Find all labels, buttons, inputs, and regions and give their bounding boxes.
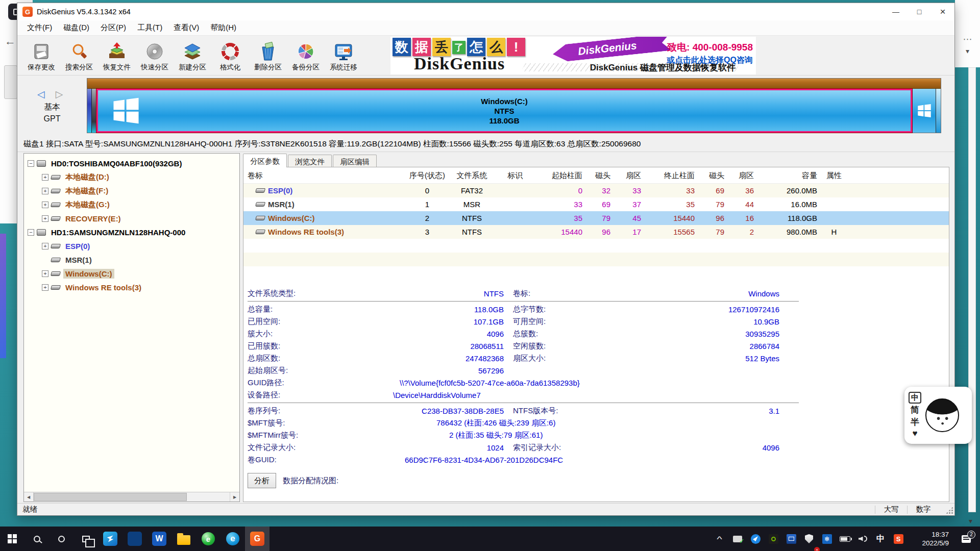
minimize-button[interactable]: — (884, 3, 908, 20)
toolbar: 保存更改 搜索分区 恢复文件 快速分区 (17, 36, 954, 76)
scrollbar-thumb[interactable] (34, 493, 187, 501)
menu-disk[interactable]: 磁盘(D) (58, 21, 95, 35)
tray-volume-icon[interactable] (854, 527, 871, 551)
tray-bird-app-icon[interactable] (747, 527, 764, 551)
tree-item-recovery-e[interactable]: + RECOVERY(E:) (24, 212, 239, 226)
ime-status-widget[interactable]: 中 简 半 ♥ (904, 387, 972, 444)
tray-printer-icon[interactable] (729, 527, 746, 551)
taskbar-app-feishu[interactable] (98, 527, 122, 551)
tree-item-local-f[interactable]: + 本地磁盘(F:) (24, 184, 239, 198)
green-browser-icon: e (202, 532, 215, 545)
background-scrollbar[interactable]: ▾ (968, 67, 976, 512)
tree-item-hd1[interactable]: − HD1:SAMSUNGMZNLN128HAHQ-000 (24, 226, 239, 239)
tray-battery-icon[interactable] (837, 527, 853, 551)
taskbar-app-grid[interactable] (122, 527, 147, 551)
scroll-down-icon[interactable]: ▾ (969, 517, 972, 525)
tree-item-windows-c[interactable]: + Windows(C:) (24, 267, 239, 281)
tab-browse-files[interactable]: 浏览文件 (288, 155, 332, 167)
menu-partition[interactable]: 分区(P) (95, 21, 132, 35)
chevron-down-icon[interactable]: ▾ (966, 47, 969, 55)
recover-files-button[interactable]: 恢复文件 (98, 36, 136, 75)
tray-sogou-icon[interactable]: S (890, 527, 906, 551)
partition-block-re-tools[interactable] (912, 89, 936, 133)
taskbar-app-edge[interactable]: e (220, 527, 245, 551)
heart-icon[interactable]: ♥ (912, 429, 917, 439)
save-changes-button[interactable]: 保存更改 (22, 36, 60, 75)
start-button[interactable] (0, 527, 24, 551)
table-row-esp[interactable]: ESP(0) 0 FAT32 0 32 33 33 69 36 260.0MB (243, 184, 949, 197)
tree-item-windows-re[interactable]: + Windows RE tools(3) (24, 281, 239, 294)
new-partition-button[interactable]: 新建分区 (174, 36, 211, 75)
format-button[interactable]: 格式化 (211, 36, 249, 75)
tray-nvidia-icon[interactable] (765, 527, 781, 551)
table-row-msr[interactable]: MSR(1) 1 MSR 33 69 37 35 79 44 16.0MB (243, 197, 949, 211)
next-disk-arrow[interactable]: ▷ (56, 89, 67, 99)
close-button[interactable]: × (931, 3, 954, 20)
taskbar-clock[interactable]: 18:37 2022/5/9 (908, 530, 953, 547)
table-row-windows-re[interactable]: Windows RE tools(3) 3 NTFS 15440 96 17 1… (243, 225, 949, 239)
tray-defender-icon[interactable]: × (801, 527, 817, 551)
scroll-left-icon[interactable]: ◀ (24, 492, 34, 502)
trash-icon (258, 41, 278, 62)
expand-icon[interactable]: + (42, 270, 48, 277)
resize-grip[interactable] (939, 504, 954, 515)
taskbar-app-explorer[interactable] (172, 527, 196, 551)
menu-help[interactable]: 帮助(H) (205, 21, 242, 35)
ellipsis-icon[interactable]: ⋯ (963, 34, 972, 45)
ime-mode-chinese[interactable]: 中 (909, 392, 921, 404)
expand-icon[interactable]: + (42, 188, 48, 194)
delete-partition-button[interactable]: 删除分区 (249, 36, 287, 75)
taskbar-app-diskgenius-active[interactable]: G (245, 527, 270, 551)
promo-banner[interactable]: 数 据 丢 了 怎 么 ! DiskGenius DiskGenius 致电: … (390, 37, 756, 74)
menu-view[interactable]: 查看(V) (168, 21, 205, 35)
ime-mode-halfwidth[interactable]: 半 (911, 416, 919, 428)
tree-item-hd0[interactable]: − HD0:TOSHIBAMQ04ABF100(932GB) (24, 157, 239, 170)
collapse-icon[interactable]: − (28, 160, 34, 167)
expand-icon[interactable]: + (42, 215, 48, 222)
expand-icon[interactable]: + (42, 284, 48, 291)
scroll-right-icon[interactable]: ▶ (230, 492, 239, 502)
backup-partition-button[interactable]: 备份分区 (287, 36, 325, 75)
action-center-button[interactable]: 2 (954, 535, 978, 543)
tray-intel-graphics-icon[interactable] (783, 527, 799, 551)
system-migration-button[interactable]: 系统迁移 (325, 36, 362, 75)
analyze-button[interactable]: 分析 (248, 473, 276, 488)
tree-item-msr[interactable]: MSR(1) (24, 253, 239, 267)
partition-block-esp[interactable] (87, 89, 92, 133)
data-allocation-label: 数据分配情况图: (283, 476, 338, 486)
search-partition-button[interactable]: 搜索分区 (60, 36, 98, 75)
partition-block-msr[interactable] (92, 89, 96, 133)
tray-chevron-up[interactable]: ^ (712, 527, 728, 551)
disk-header-strip[interactable] (87, 79, 941, 89)
partition-block-free[interactable] (936, 89, 941, 133)
partition-block-windows-c[interactable]: Windows(C:) NTFS 118.0GB (96, 89, 912, 133)
tree-item-local-d[interactable]: + 本地磁盘(D:) (24, 170, 239, 184)
tree-item-local-g[interactable]: + 本地磁盘(G:) (24, 198, 239, 212)
expand-icon[interactable]: + (42, 243, 48, 249)
tab-partition-params[interactable]: 分区参数 (243, 154, 287, 167)
prev-disk-arrow[interactable]: ◁ (37, 89, 49, 99)
expand-icon[interactable]: + (42, 174, 48, 181)
quick-partition-button[interactable]: 快速分区 (136, 36, 174, 75)
table-row-windows-c-selected[interactable]: Windows(C:) 2 NTFS 35 79 45 15440 96 16 … (243, 211, 949, 225)
search-icon (34, 536, 40, 542)
partition-icon (255, 216, 265, 220)
maximize-button[interactable]: □ (908, 3, 931, 20)
tray-ime-indicator[interactable]: 中 (872, 527, 889, 551)
expand-icon[interactable]: + (42, 202, 48, 208)
tree-horizontal-scrollbar[interactable]: ◀ ▶ (24, 492, 239, 502)
cortana-button[interactable] (49, 527, 74, 551)
tree-item-esp[interactable]: + ESP(0) (24, 239, 239, 253)
tab-sector-edit[interactable]: 扇区编辑 (333, 155, 377, 167)
taskbar-app-browser-green[interactable]: e (196, 527, 220, 551)
collapse-icon[interactable]: − (28, 229, 34, 236)
menu-tools[interactable]: 工具(T) (132, 21, 168, 35)
taskbar-search-button[interactable] (24, 527, 49, 551)
window-title: DiskGenius V5.4.3.1342 x64 (37, 8, 131, 16)
taskbar-app-word[interactable]: W (147, 527, 172, 551)
ime-mode-simplified[interactable]: 简 (911, 404, 919, 416)
menu-file[interactable]: 文件(F) (21, 21, 58, 35)
tray-snowflake-icon[interactable]: ❄ (819, 527, 835, 551)
task-view-button[interactable] (74, 527, 98, 551)
clock-time: 18:37 (908, 530, 949, 539)
